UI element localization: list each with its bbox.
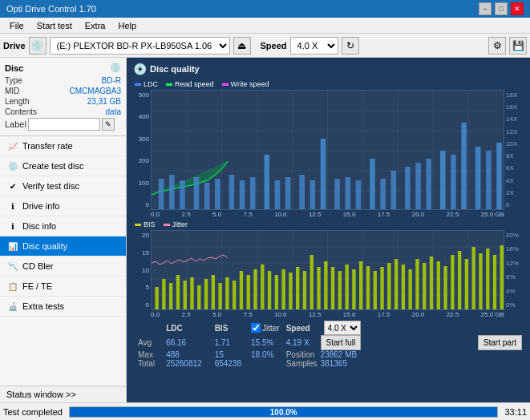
disc-quality-icon: 📊 <box>6 240 19 252</box>
svg-rect-37 <box>426 159 431 209</box>
svg-rect-98 <box>443 266 447 310</box>
disc-mid-label: MID <box>5 87 19 95</box>
svg-rect-99 <box>451 255 454 310</box>
chart1-x-axis: 0.0 2.5 5.0 7.5 10.0 12.5 15.0 17.5 20.0… <box>130 210 527 219</box>
jitter-checkbox-label[interactable]: Jitter <box>251 323 280 333</box>
disc-label-input[interactable] <box>28 118 100 131</box>
chart2-x-axis: 0.0 2.5 5.0 7.5 10.0 12.5 15.0 17.5 20.0… <box>130 310 527 319</box>
position-label: Position <box>283 350 321 359</box>
menu-file[interactable]: File <box>3 18 30 33</box>
disc-type-value: BD-R <box>102 76 121 85</box>
svg-rect-22 <box>250 177 256 209</box>
legend-jitter: Jitter <box>164 220 188 228</box>
sidebar-item-label: Disc info <box>22 221 56 231</box>
disc-mid-value: CMCMAGBA3 <box>70 87 121 95</box>
disc-panel-title: Disc <box>5 63 23 73</box>
disc-length-label: Length <box>5 97 30 106</box>
sidebar-item-disc-quality[interactable]: 📊 Disc quality <box>0 236 126 256</box>
extra-tests-icon: 🔬 <box>6 300 19 313</box>
svg-rect-77 <box>296 267 299 310</box>
svg-rect-23 <box>264 155 269 209</box>
disc-panel: Disc 💿 Type BD-R MID CMCMAGBA3 Length 23… <box>0 58 126 136</box>
svg-rect-73 <box>268 271 271 310</box>
menu-help[interactable]: Help <box>111 18 143 33</box>
svg-rect-29 <box>334 179 340 209</box>
svg-rect-39 <box>451 155 456 209</box>
status-window-button[interactable]: Status window >> <box>0 386 126 402</box>
disc-contents-label: Contents <box>5 107 37 116</box>
menu-start-test[interactable]: Start test <box>30 18 79 33</box>
svg-rect-43 <box>496 143 502 209</box>
sidebar-item-label: Verify test disc <box>22 181 79 191</box>
svg-rect-26 <box>299 175 305 209</box>
svg-rect-70 <box>247 275 250 310</box>
svg-rect-34 <box>391 171 397 209</box>
disc-label-button[interactable]: ✎ <box>102 118 115 131</box>
save-button[interactable]: 💾 <box>509 37 527 55</box>
drive-select[interactable]: (E:) PLEXTOR BD-R PX-LB950SA 1.06 <box>50 37 230 55</box>
refresh-button[interactable]: ↻ <box>342 37 359 55</box>
svg-rect-80 <box>317 267 320 310</box>
quality-speed-select[interactable]: 4.0 X <box>324 321 361 335</box>
menu-extra[interactable]: Extra <box>79 18 112 33</box>
start-part-button[interactable]: Start part <box>478 335 522 350</box>
svg-rect-65 <box>212 275 215 310</box>
start-full-button[interactable]: Start full <box>321 335 362 350</box>
sidebar-item-verify-test-disc[interactable]: ✔ Verify test disc <box>0 176 126 196</box>
total-ldc-value: 25260812 <box>160 359 208 368</box>
sidebar-item-label: Extra tests <box>22 301 64 311</box>
svg-rect-62 <box>190 277 193 310</box>
svg-rect-67 <box>225 277 229 310</box>
svg-rect-89 <box>380 267 383 310</box>
options-button[interactable]: ⚙ <box>488 37 506 55</box>
status-text: Test completed <box>3 407 63 417</box>
svg-rect-94 <box>415 259 419 310</box>
svg-rect-59 <box>169 283 172 310</box>
svg-rect-84 <box>345 265 348 310</box>
toolbar: Drive 💿 (E:) PLEXTOR BD-R PX-LB950SA 1.0… <box>0 34 530 58</box>
sidebar-item-cd-bler[interactable]: 📉 CD Bler <box>0 256 126 277</box>
svg-rect-72 <box>261 265 264 310</box>
avg-label: Avg <box>133 335 160 350</box>
speed-select[interactable]: 4.0 X 2.0 X 6.0 X 8.0 X <box>290 37 338 55</box>
disc-length-row: Length 23,31 GB <box>5 97 121 106</box>
sidebar-item-transfer-rate[interactable]: 📈 Transfer rate <box>0 136 126 156</box>
transfer-rate-icon: 📈 <box>6 139 19 152</box>
maximize-button[interactable]: □ <box>495 2 508 15</box>
chart1-y-left: 0 100 200 300 400 500 <box>130 90 149 210</box>
svg-rect-74 <box>275 275 278 310</box>
disc-type-label: Type <box>5 76 22 85</box>
close-button[interactable]: ✕ <box>511 2 524 15</box>
sidebar-item-extra-tests[interactable]: 🔬 Extra tests <box>0 297 126 317</box>
main-area: Disc 💿 Type BD-R MID CMCMAGBA3 Length 23… <box>0 58 530 402</box>
svg-rect-24 <box>275 180 281 209</box>
jitter-checkbox[interactable] <box>251 323 261 333</box>
svg-rect-101 <box>465 259 468 310</box>
disc-quality-content-icon: 💿 <box>133 63 147 75</box>
svg-rect-105 <box>493 255 496 310</box>
chart2-legend: BIS Jitter <box>130 219 527 230</box>
svg-rect-100 <box>458 251 461 310</box>
svg-rect-33 <box>380 179 386 209</box>
disc-length-value: 23,31 GB <box>87 97 121 106</box>
sidebar-item-drive-info[interactable]: ℹ Drive info <box>0 196 126 216</box>
minimize-button[interactable]: − <box>479 2 492 15</box>
svg-rect-85 <box>352 269 355 310</box>
create-test-disc-icon: 💿 <box>6 160 19 172</box>
svg-rect-76 <box>289 273 292 310</box>
sidebar-item-fe-te[interactable]: 📋 FE / TE <box>0 277 126 297</box>
position-value: 23862 MB <box>321 350 364 359</box>
status-window-label: Status window >> <box>6 390 76 399</box>
samples-value: 381365 <box>321 359 364 368</box>
avg-speed-value: 4.19 X <box>283 335 321 350</box>
svg-rect-82 <box>331 267 334 310</box>
eject-button[interactable]: ⏏ <box>233 37 251 55</box>
svg-rect-40 <box>461 123 467 209</box>
svg-rect-41 <box>475 147 481 209</box>
legend-ldc: LDC <box>135 80 158 88</box>
bis-dot <box>135 224 141 226</box>
sidebar-item-disc-info[interactable]: ℹ Disc info <box>0 216 126 236</box>
sidebar-item-create-test-disc[interactable]: 💿 Create test disc <box>0 156 126 176</box>
svg-rect-58 <box>162 279 165 310</box>
stats-ldc-header: LDC <box>160 321 208 335</box>
